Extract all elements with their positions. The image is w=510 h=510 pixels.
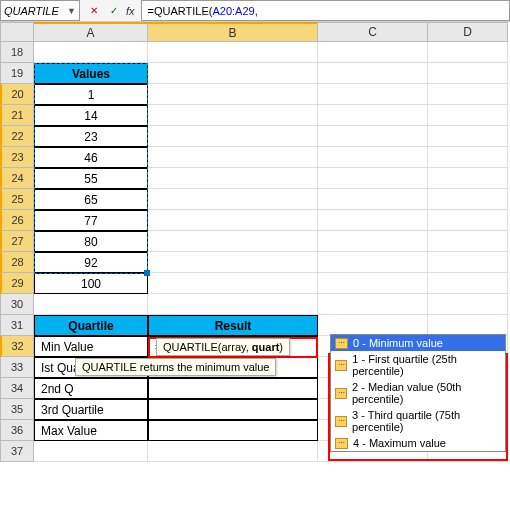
row-header-37[interactable]: 37 (0, 441, 34, 462)
constant-icon: ⋯ (335, 416, 347, 427)
constant-icon: ⋯ (335, 438, 348, 449)
label-max[interactable]: Max Value (34, 420, 148, 441)
select-all-corner[interactable] (0, 22, 34, 42)
row-header-36[interactable]: 36 (0, 420, 34, 441)
row-header-34[interactable]: 34 (0, 378, 34, 399)
label-3rd[interactable]: 3rd Quartile (34, 399, 148, 420)
label-2nd[interactable]: 2nd Q (34, 378, 148, 399)
row-header-30[interactable]: 30 (0, 294, 34, 315)
cell-A23[interactable]: 46 (34, 147, 148, 168)
cell-A27[interactable]: 80 (34, 231, 148, 252)
cell-C18[interactable] (318, 42, 428, 63)
autocomplete-list: ⋯0 - Minimum value ⋯1 - First quartile (… (330, 334, 506, 452)
row-header-18[interactable]: 18 (0, 42, 34, 63)
formula-suffix: , (255, 5, 258, 17)
accept-icon[interactable]: ✓ (106, 3, 122, 19)
row-header-28[interactable]: 28 (0, 252, 34, 273)
label-min[interactable]: Min Value (34, 336, 148, 357)
row-header-23[interactable]: 23 (0, 147, 34, 168)
formula-args-tooltip: QUARTILE(array, quart) (156, 338, 290, 356)
row-header-19[interactable]: 19 (0, 63, 34, 84)
row-header-20[interactable]: 20 (0, 84, 34, 105)
quartile-header[interactable]: Quartile (34, 315, 148, 336)
row-header-25[interactable]: 25 (0, 189, 34, 210)
cell-A26[interactable]: 77 (34, 210, 148, 231)
row-header-27[interactable]: 27 (0, 231, 34, 252)
cell-A25[interactable]: 65 (34, 189, 148, 210)
constant-icon: ⋯ (335, 360, 347, 371)
cell-A24[interactable]: 55 (34, 168, 148, 189)
row-header-24[interactable]: 24 (0, 168, 34, 189)
cell-A22[interactable]: 23 (34, 126, 148, 147)
constant-icon: ⋯ (335, 388, 347, 399)
formula-prefix: =QUARTILE( (148, 5, 213, 17)
row-header-29[interactable]: 29 (0, 273, 34, 294)
cell-A18[interactable] (34, 42, 148, 63)
row-header-35[interactable]: 35 (0, 399, 34, 420)
values-header[interactable]: Values (34, 63, 148, 84)
name-box-text: QUARTILE (4, 5, 59, 17)
chevron-down-icon: ▼ (67, 6, 76, 16)
formula-bar[interactable]: =QUARTILE(A20:A29, (141, 0, 510, 21)
cell-A29[interactable]: 100 (34, 273, 148, 294)
formula-ref: A20:A29 (212, 5, 254, 17)
formula-controls: ✕ ✓ fx (80, 0, 141, 21)
suggest-item-4[interactable]: ⋯4 - Maximum value (331, 435, 505, 451)
cell-D18[interactable] (428, 42, 508, 63)
suggest-item-0[interactable]: ⋯0 - Minimum value (331, 335, 505, 351)
suggest-item-3[interactable]: ⋯3 - Third quartile (75th percentile) (331, 407, 505, 435)
cell-A21[interactable]: 14 (34, 105, 148, 126)
row-header-32[interactable]: 32 (0, 336, 34, 357)
row-header-33[interactable]: 33 (0, 357, 34, 378)
cell-A28[interactable]: 92 (34, 252, 148, 273)
suggest-item-1[interactable]: ⋯1 - First quartile (25th percentile) (331, 351, 505, 379)
name-box[interactable]: QUARTILE ▼ (0, 0, 80, 21)
suggest-item-2[interactable]: ⋯2 - Median value (50th percentile) (331, 379, 505, 407)
cell-A20[interactable]: 1 (34, 84, 148, 105)
row-header-21[interactable]: 21 (0, 105, 34, 126)
row-header-22[interactable]: 22 (0, 126, 34, 147)
col-header-B[interactable]: B (148, 22, 318, 42)
row-header-31[interactable]: 31 (0, 315, 34, 336)
col-header-D[interactable]: D (428, 22, 508, 42)
formula-return-tooltip: QUARTILE returns the minimum value (75, 358, 276, 376)
cell-B18[interactable] (148, 42, 318, 63)
result-header[interactable]: Result (148, 315, 318, 336)
row-header-26[interactable]: 26 (0, 210, 34, 231)
cancel-icon[interactable]: ✕ (86, 3, 102, 19)
col-header-A[interactable]: A (34, 22, 148, 42)
fx-icon[interactable]: fx (126, 5, 135, 17)
col-header-C[interactable]: C (318, 22, 428, 42)
constant-icon: ⋯ (335, 338, 348, 349)
